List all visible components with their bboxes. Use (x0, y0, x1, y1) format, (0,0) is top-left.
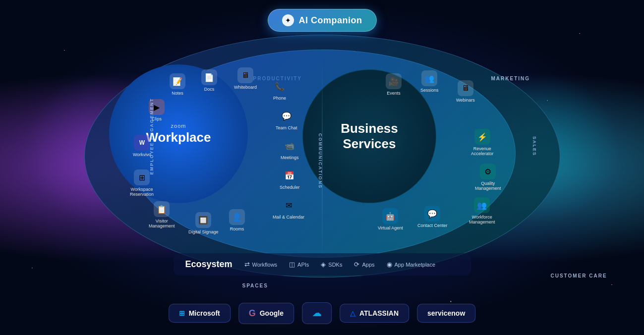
quality-icon: ⚙ (480, 164, 496, 179)
phone-icon: 📞 (272, 78, 288, 94)
docs-icon: 📄 (201, 69, 217, 85)
apps-label: Apps (362, 262, 374, 268)
label-customer-care: CUSTOMER CARE (551, 273, 607, 279)
feature-workforce-management: 👥 WorkforceManagement (469, 197, 495, 224)
sessions-label: Sessions (420, 88, 439, 93)
partner-atlassian: △ ATLASSIAN (340, 304, 409, 323)
sdks-label: SDKs (328, 262, 342, 268)
ai-companion-pill[interactable]: ✦ AI Companion (268, 9, 377, 32)
feature-whiteboard: 🖥 Whiteboard (234, 67, 257, 90)
apis-icon: ◫ (289, 261, 295, 268)
feature-quality-management: ⚙ QualityManagement (475, 164, 501, 191)
feature-visitor-management: 📋 VisitorManagement (149, 201, 175, 228)
docs-label: Docs (204, 87, 215, 92)
virtual-agent-label: Virtual Agent (378, 225, 403, 230)
sdks-icon: ◈ (321, 261, 326, 268)
feature-events: 🎥 Events (386, 73, 402, 96)
scheduler-label: Scheduler (280, 185, 300, 190)
partners-bar: ⊞ Microsoft G Google ☁ △ ATLASSIAN servi… (169, 302, 476, 324)
events-label: Events (387, 91, 401, 96)
meetings-icon: 📹 (282, 138, 297, 154)
ai-companion-label: AI Companion (299, 15, 362, 26)
atlassian-label: ATLASSIAN (359, 309, 399, 317)
phone-label: Phone (273, 96, 286, 101)
revenue-label: RevenueAccelerator (471, 146, 494, 156)
label-marketing: MARKETING (491, 76, 530, 81)
events-icon: 🎥 (386, 73, 402, 89)
team-chat-label: Team Chat (276, 125, 297, 130)
apis-label: APIs (297, 262, 309, 268)
workforce-label: WorkforceManagement (469, 215, 495, 224)
whiteboard-label: Whiteboard (234, 85, 257, 90)
whiteboard-icon: 🖥 (237, 67, 253, 83)
mail-calendar-icon: ✉ (281, 197, 296, 213)
feature-virtual-agent: 🤖 Virtual Agent (378, 208, 403, 230)
feature-notes: 📝 Notes (170, 73, 185, 96)
feature-meetings: 📹 Meetings (281, 138, 299, 160)
zoom-brand: zoom (171, 123, 186, 129)
ecosystem-marketplace: ◉ App Marketplace (387, 261, 436, 268)
feature-workvivo: W Workvivo (133, 135, 151, 157)
feature-sessions: 👥 Sessions (420, 70, 439, 93)
contact-center-label: Contact Center (417, 223, 448, 228)
label-sales: SALES (532, 136, 537, 156)
microsoft-icon: ⊞ (179, 309, 185, 317)
zoom-workplace-title: Workplace (146, 130, 211, 145)
partner-google: G Google (238, 303, 294, 324)
label-spaces: SPACES (242, 283, 268, 288)
partner-salesforce: ☁ (302, 302, 332, 324)
visitor-icon: 📋 (154, 201, 170, 217)
feature-rooms: 👤 Rooms (229, 209, 245, 231)
virtual-agent-icon: 🤖 (382, 208, 398, 224)
feature-revenue-accelerator: ⚡ RevenueAccelerator (471, 129, 494, 156)
ecosystem-sdks: ◈ SDKs (321, 261, 342, 268)
digital-signage-label: Digital Signage (188, 229, 219, 234)
contact-center-icon: 💬 (424, 206, 440, 222)
workvivo-icon: W (134, 135, 150, 151)
business-services-title: BusinessServices (341, 121, 398, 152)
workflows-icon: ⇄ (244, 261, 250, 268)
ecosystem-apps: ⟳ Apps (354, 261, 374, 268)
workforce-icon: 👥 (474, 197, 490, 213)
workflows-label: Workflows (252, 262, 278, 268)
ecosystem-bar: Ecosystem ⇄ Workflows ◫ APIs ◈ SDKs ⟳ Ap… (174, 253, 471, 276)
servicenow-label: servicenow (427, 309, 465, 317)
feature-scheduler: 📅 Scheduler (280, 168, 300, 190)
digital-signage-icon: 🔲 (195, 212, 211, 228)
main-container: ✦ AI Companion PRODUCTIVITY MARKETING SP… (0, 0, 644, 335)
quality-label: QualityManagement (475, 181, 501, 191)
feature-team-chat: 💬 Team Chat (276, 108, 297, 130)
notes-icon: 📝 (170, 73, 185, 89)
ecosystem-title: Ecosystem (185, 259, 233, 270)
marketplace-label: App Marketplace (395, 262, 436, 268)
feature-phone: 📞 Phone (272, 78, 288, 101)
mail-calendar-label: Mail & Calendar (273, 215, 304, 220)
partner-servicenow: servicenow (417, 304, 475, 323)
atlassian-icon: △ (350, 309, 355, 317)
marketplace-icon: ◉ (387, 261, 392, 268)
team-chat-icon: 💬 (279, 108, 294, 124)
google-icon: G (249, 308, 256, 319)
rooms-icon: 👤 (229, 209, 245, 225)
ecosystem-apis: ◫ APIs (289, 261, 309, 268)
ai-companion-icon: ✦ (282, 14, 294, 26)
revenue-icon: ⚡ (474, 129, 490, 145)
workspace-label: WorkspaceReservation (130, 187, 154, 197)
label-employee-engagement: EMPLOYEE ENGAGEMENT (149, 98, 154, 174)
label-communications: COMMUNICATIONS (318, 133, 323, 189)
rooms-label: Rooms (230, 226, 244, 231)
workspace-icon: ⊞ (134, 169, 150, 185)
feature-webinars: 🖥 Webinars (456, 80, 475, 103)
workvivo-label: Workvivo (133, 152, 151, 157)
webinars-label: Webinars (456, 98, 475, 103)
feature-contact-center: 💬 Contact Center (417, 206, 448, 228)
meetings-label: Meetings (281, 155, 299, 160)
feature-mail-calendar: ✉ Mail & Calendar (273, 197, 304, 220)
google-label: Google (260, 309, 284, 317)
feature-docs: 📄 Docs (201, 69, 217, 92)
notes-label: Notes (172, 91, 183, 96)
salesforce-icon: ☁ (312, 308, 321, 319)
feature-digital-signage: 🔲 Digital Signage (188, 212, 219, 234)
apps-icon: ⟳ (354, 261, 359, 268)
partner-microsoft: ⊞ Microsoft (169, 304, 231, 323)
